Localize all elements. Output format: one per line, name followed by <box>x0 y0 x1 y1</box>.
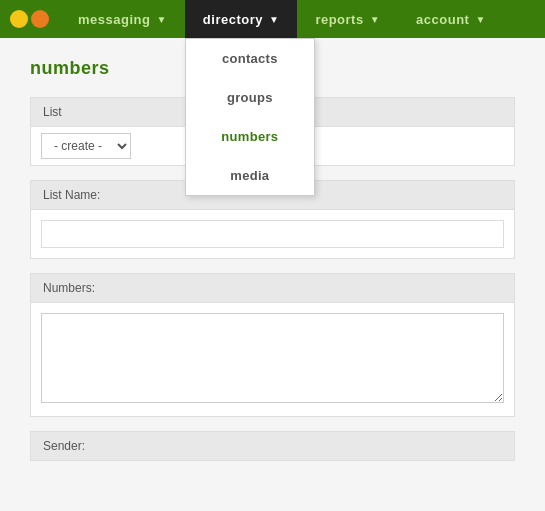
dropdown-item-contacts[interactable]: contacts <box>186 39 314 78</box>
nav-messaging[interactable]: messaging ▼ <box>60 0 185 38</box>
nav-directory-arrow: ▼ <box>269 14 279 25</box>
numbers-label: Numbers: <box>43 281 95 295</box>
nav-messaging-label: messaging <box>78 12 150 27</box>
nav-messaging-arrow: ▼ <box>156 14 166 25</box>
nav-account[interactable]: account ▼ <box>398 0 504 38</box>
nav-account-arrow: ▼ <box>475 14 485 25</box>
sender-label: Sender: <box>43 439 85 453</box>
list-section-label: List <box>43 105 62 119</box>
list-name-label: List Name: <box>43 188 100 202</box>
brand-logo <box>0 0 60 38</box>
nav-account-label: account <box>416 12 469 27</box>
nav-reports-label: reports <box>315 12 363 27</box>
dropdown-item-groups[interactable]: groups <box>186 78 314 117</box>
sender-header: Sender: <box>30 431 515 461</box>
numbers-textarea[interactable] <box>41 313 504 403</box>
directory-dropdown: contacts groups numbers media <box>185 38 315 196</box>
nav-directory-label: directory <box>203 12 263 27</box>
numbers-section: Numbers: <box>30 273 515 417</box>
list-select[interactable]: - create - <box>41 133 131 159</box>
navbar: messaging ▼ directory ▼ contacts groups … <box>0 0 545 38</box>
list-name-input-wrap <box>30 210 515 259</box>
numbers-header: Numbers: <box>30 273 515 303</box>
dropdown-item-numbers[interactable]: numbers <box>186 117 314 156</box>
list-name-input[interactable] <box>41 220 504 248</box>
dropdown-item-media[interactable]: media <box>186 156 314 195</box>
nav-reports[interactable]: reports ▼ <box>297 0 398 38</box>
brand-circle-orange <box>31 10 49 28</box>
brand-circles <box>10 10 49 28</box>
nav-directory[interactable]: directory ▼ contacts groups numbers medi… <box>185 0 298 38</box>
sender-section: Sender: <box>30 431 515 461</box>
nav-reports-arrow: ▼ <box>370 14 380 25</box>
brand-circle-yellow <box>10 10 28 28</box>
numbers-content <box>30 303 515 417</box>
